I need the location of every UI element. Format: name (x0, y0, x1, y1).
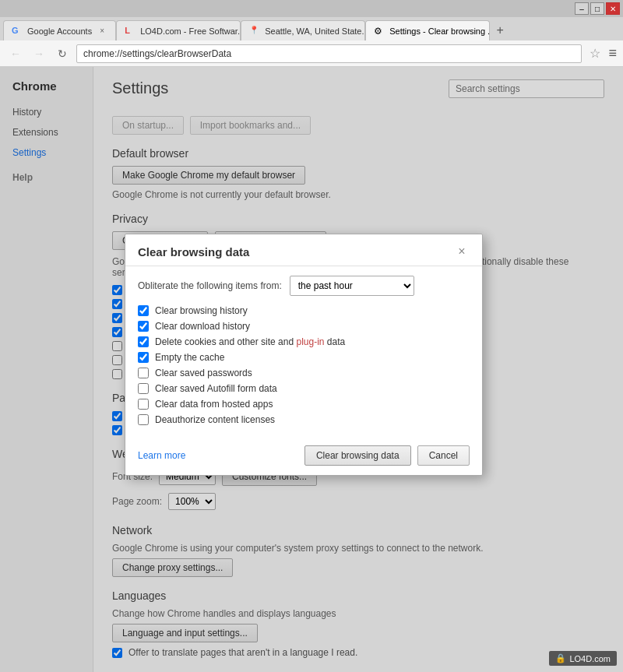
dialog-body: Obliterate the following items from: the… (125, 266, 482, 439)
clear-browsing-history-checkbox[interactable] (138, 305, 149, 316)
tab-label-seattle: Seattle, WA, United State... (265, 26, 365, 36)
tab-label-lo4d: LO4D.com - Free Softwar... (140, 26, 241, 36)
deauthorize-licenses-label: Deauthorize content licenses (155, 414, 275, 425)
dialog-footer: Learn more Clear browsing data Cancel (125, 439, 482, 475)
tab-settings[interactable]: ⚙ Settings - Clear browsing ... × (365, 20, 490, 40)
clear-hosted-apps-label: Clear data from hosted apps (155, 399, 273, 410)
plugin-link[interactable]: plug-in (296, 336, 324, 347)
clear-download-history-row: Clear download history (138, 321, 470, 332)
back-button[interactable]: ← (6, 44, 25, 63)
deauthorize-licenses-checkbox[interactable] (138, 414, 149, 425)
clear-passwords-checkbox[interactable] (138, 368, 149, 378)
maximize-button[interactable]: □ (590, 2, 604, 15)
address-input[interactable] (76, 44, 582, 63)
menu-icon[interactable]: ≡ (608, 45, 617, 62)
clear-hosted-apps-row: Clear data from hosted apps (138, 399, 470, 410)
clear-browsing-data-dialog: Clear browsing data × Obliterate the fol… (125, 234, 483, 476)
delete-cookies-row: Delete cookies and other site and plug-i… (138, 336, 470, 347)
empty-cache-row: Empty the cache (138, 352, 470, 363)
watermark-text: LO4D.com (569, 654, 611, 663)
obliterate-label: Obliterate the following items from: (138, 280, 282, 291)
minimize-button[interactable]: – (575, 2, 589, 15)
delete-cookies-label: Delete cookies and other site and plug-i… (155, 336, 345, 347)
new-tab-button[interactable]: + (490, 20, 510, 40)
clear-browsing-history-label: Clear browsing history (155, 305, 248, 316)
empty-cache-checkbox[interactable] (138, 352, 149, 363)
obliterate-select[interactable]: the past hour the past day the past week… (290, 276, 414, 296)
tab-icon-lo4d: L (125, 26, 136, 37)
window-controls: – □ ✕ (575, 2, 620, 15)
tab-bar: G Google Accounts × L LO4D.com - Free So… (0, 17, 623, 40)
title-bar: – □ ✕ (0, 0, 623, 17)
tab-icon-settings: ⚙ (374, 26, 385, 37)
tab-google-accounts[interactable]: G Google Accounts × (3, 20, 116, 40)
tab-icon-seattle: 📍 (249, 26, 260, 37)
dialog-learn-more-link[interactable]: Learn more (138, 450, 185, 461)
watermark-icon: 🔒 (555, 653, 566, 663)
tab-label-google-accounts: Google Accounts (27, 26, 92, 36)
delete-cookies-checkbox[interactable] (138, 336, 149, 347)
bookmark-star-icon[interactable]: ☆ (590, 46, 600, 61)
forward-button[interactable]: → (30, 44, 48, 63)
empty-cache-label: Empty the cache (155, 352, 224, 363)
close-button[interactable]: ✕ (606, 2, 620, 15)
clear-browsing-history-row: Clear browsing history (138, 305, 470, 316)
address-bar: ← → ↻ ☆ ≡ (0, 40, 623, 67)
tab-lo4d[interactable]: L LO4D.com - Free Softwar... × (116, 20, 241, 40)
tab-icon-google-accounts: G (12, 26, 23, 37)
dialog-close-button[interactable]: × (454, 244, 470, 259)
deauthorize-licenses-row: Deauthorize content licenses (138, 414, 470, 425)
tab-label-settings: Settings - Clear browsing ... (389, 26, 490, 36)
cancel-button[interactable]: Cancel (417, 445, 470, 466)
obliterate-row: Obliterate the following items from: the… (138, 276, 470, 296)
clear-passwords-label: Clear saved passwords (155, 368, 252, 378)
clear-autofill-label: Clear saved Autofill form data (155, 383, 277, 394)
clear-download-history-label: Clear download history (155, 321, 250, 332)
clear-browsing-data-confirm-button[interactable]: Clear browsing data (304, 445, 411, 466)
tab-seattle[interactable]: 📍 Seattle, WA, United State... × (241, 20, 365, 40)
dialog-title: Clear browsing data (138, 245, 249, 259)
reload-button[interactable]: ↻ (53, 44, 72, 63)
clear-download-history-checkbox[interactable] (138, 321, 149, 332)
lo4d-watermark: 🔒 LO4D.com (549, 651, 617, 666)
clear-autofill-checkbox[interactable] (138, 383, 149, 394)
tab-close-google-accounts[interactable]: × (97, 26, 107, 37)
clear-passwords-row: Clear saved passwords (138, 368, 470, 378)
dialog-header: Clear browsing data × (125, 234, 482, 266)
clear-autofill-row: Clear saved Autofill form data (138, 383, 470, 394)
clear-hosted-apps-checkbox[interactable] (138, 399, 149, 410)
